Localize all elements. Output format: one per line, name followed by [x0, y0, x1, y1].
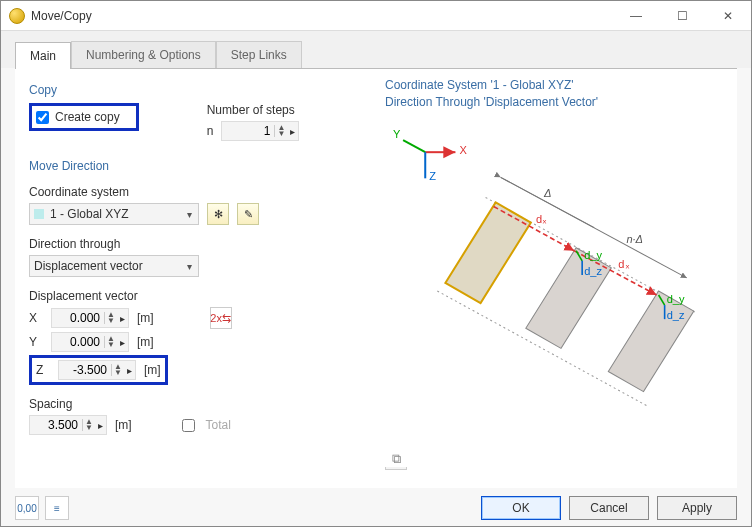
edit-coord-button[interactable]: ✎ [237, 203, 259, 225]
spin-arrows-icon[interactable]: ▲▼ [104, 336, 117, 348]
total-label: Total [206, 418, 231, 432]
preview-caption-1: Coordinate System '1 - Global XYZ' [385, 77, 727, 94]
create-copy-label: Create copy [55, 110, 120, 124]
svg-marker-13 [526, 247, 612, 348]
units-button[interactable]: 0,00 [15, 496, 39, 520]
unit-m: [m] [137, 311, 154, 325]
close-button[interactable]: ✕ [705, 1, 751, 31]
x-input[interactable] [52, 309, 104, 327]
spin-arrows-icon[interactable]: ▲▼ [274, 125, 287, 137]
chevron-down-icon: ▾ [187, 209, 192, 220]
axis-y-label: Y [29, 335, 43, 349]
preview-diagram: X Y Z Δ n·Δ dₓ dₓ d_ [385, 119, 727, 467]
svg-text:d_y: d_y [667, 293, 685, 305]
step-play-icon[interactable]: ▸ [95, 420, 106, 431]
svg-text:n·Δ: n·Δ [626, 232, 643, 244]
coord-system-dropdown[interactable]: 1 - Global XYZ ▾ [29, 203, 199, 225]
total-checkbox[interactable] [182, 419, 195, 432]
svg-text:d_z: d_z [584, 264, 602, 276]
svg-marker-12 [445, 202, 530, 303]
total-checkbox-wrap[interactable]: Total [178, 416, 231, 435]
direction-value: Displacement vector [34, 259, 187, 273]
displacement-vector-label: Displacement vector [29, 289, 361, 303]
spin-arrows-icon[interactable]: ▲▼ [104, 312, 117, 324]
svg-text:d_z: d_z [667, 309, 685, 321]
list-button[interactable]: ≡ [45, 496, 69, 520]
svg-text:Δ: Δ [543, 187, 551, 199]
preview-caption-2: Direction Through 'Displacement Vector' [385, 94, 727, 111]
z-row-highlight: Z ▲▼ ▸ [m] [29, 355, 168, 385]
maximize-button[interactable]: ☐ [659, 1, 705, 31]
svg-text:dₓ: dₓ [618, 257, 629, 269]
n-input[interactable] [222, 122, 274, 140]
chevron-down-icon: ▾ [187, 261, 192, 272]
svg-text:X: X [459, 144, 467, 156]
z-spinner[interactable]: ▲▼ ▸ [58, 360, 136, 380]
group-move: Move Direction [29, 159, 361, 173]
svg-text:Y: Y [393, 128, 401, 140]
spacing-input[interactable] [30, 416, 82, 434]
step-play-icon[interactable]: ▸ [117, 337, 128, 348]
ok-button[interactable]: OK [481, 496, 561, 520]
spin-arrows-icon[interactable]: ▲▼ [111, 364, 124, 376]
unit-m: [m] [144, 363, 161, 377]
coord-swatch-icon [34, 209, 44, 219]
direction-dropdown[interactable]: Displacement vector ▾ [29, 255, 199, 277]
flip-2x-icon[interactable]: 2x⇆ [210, 307, 232, 329]
x-spinner[interactable]: ▲▼ ▸ [51, 308, 129, 328]
tab-numbering[interactable]: Numbering & Options [71, 41, 216, 68]
new-coord-button[interactable]: ✻ [207, 203, 229, 225]
axis-x-label: X [29, 311, 43, 325]
step-play-icon[interactable]: ▸ [287, 126, 298, 137]
n-spinner[interactable]: ▲▼ ▸ [221, 121, 299, 141]
unit-m: [m] [137, 335, 154, 349]
svg-text:Z: Z [429, 170, 436, 182]
step-play-icon[interactable]: ▸ [117, 313, 128, 324]
apply-button[interactable]: Apply [657, 496, 737, 520]
step-play-icon[interactable]: ▸ [124, 365, 135, 376]
unit-m: [m] [115, 418, 132, 432]
cancel-button[interactable]: Cancel [569, 496, 649, 520]
coord-system-value: 1 - Global XYZ [50, 207, 187, 221]
group-copy: Copy [29, 83, 361, 97]
tab-steplinks[interactable]: Step Links [216, 41, 302, 68]
spin-arrows-icon[interactable]: ▲▼ [82, 419, 95, 431]
direction-through-label: Direction through [29, 237, 361, 251]
axis-z-label: Z [36, 363, 50, 377]
svg-text:dₓ: dₓ [536, 212, 547, 224]
minimize-button[interactable]: — [613, 1, 659, 31]
n-label: n [207, 124, 214, 138]
create-copy-checkbox[interactable] [36, 111, 49, 124]
app-icon [9, 8, 25, 24]
svg-line-2 [403, 140, 425, 152]
coord-system-label: Coordinate system [29, 185, 361, 199]
spacing-label: Spacing [29, 397, 361, 411]
svg-text:d_y: d_y [584, 248, 602, 260]
y-input[interactable] [52, 333, 104, 351]
spacing-spinner[interactable]: ▲▼ ▸ [29, 415, 107, 435]
z-input[interactable] [59, 361, 111, 379]
create-copy-checkbox-wrap[interactable]: Create copy [29, 103, 139, 131]
y-spinner[interactable]: ▲▼ ▸ [51, 332, 129, 352]
svg-marker-14 [608, 291, 694, 392]
tab-main[interactable]: Main [15, 42, 71, 69]
window-title: Move/Copy [31, 9, 613, 23]
num-steps-label: Number of steps [207, 103, 300, 117]
